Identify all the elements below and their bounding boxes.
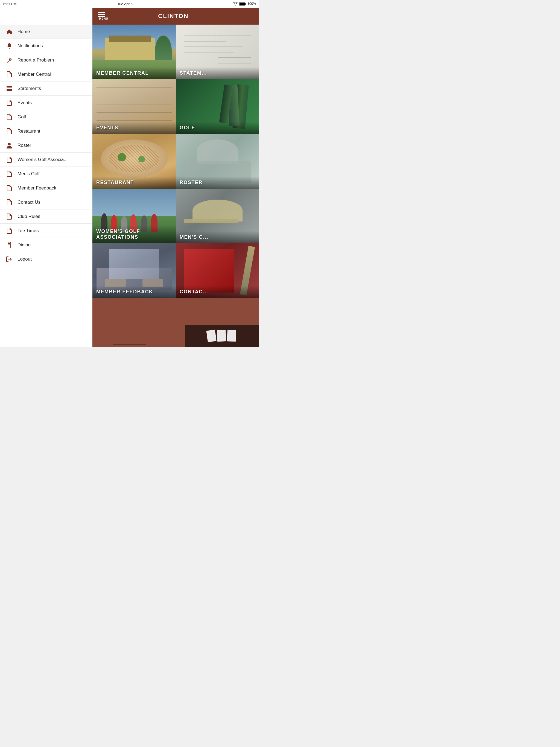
sidebar-label-member-central: Member Central bbox=[18, 72, 51, 77]
tile-contact[interactable]: CONTAC... bbox=[176, 243, 259, 298]
sidebar-item-contact-us[interactable]: Contact Us bbox=[0, 195, 92, 209]
tile-events[interactable]: EVENTS bbox=[93, 79, 176, 134]
tile-mens-golf[interactable]: MEN'S G... bbox=[176, 189, 259, 243]
fork-knife-icon bbox=[5, 241, 13, 249]
sidebar-item-restaurant[interactable]: Restaurant bbox=[0, 124, 92, 138]
sidebar-label-club-rules: Club Rules bbox=[18, 214, 40, 219]
tile-label-roster: ROSTER bbox=[180, 180, 203, 185]
document-icon-feedback bbox=[5, 184, 13, 192]
status-right-icons: 100% bbox=[233, 2, 256, 6]
tile-overlay-mens-golf: MEN'S G... bbox=[176, 231, 259, 243]
svg-rect-2 bbox=[239, 3, 245, 5]
sidebar-label-statements: Statements bbox=[18, 86, 41, 91]
tile-overlay-golf: GOLF bbox=[176, 122, 259, 134]
tile-member-central[interactable]: MEMBER CENTRAL bbox=[93, 25, 176, 79]
tile-golf[interactable]: GOLF bbox=[176, 79, 259, 134]
bell-icon bbox=[5, 42, 13, 50]
tile-overlay-womens-golf: WOMEN'S GOLFASSOCIATIONS bbox=[93, 225, 176, 243]
sidebar-label-restaurant: Restaurant bbox=[18, 129, 40, 134]
document-icon-womens-golf bbox=[5, 156, 13, 163]
sidebar-item-home[interactable]: Home bbox=[0, 25, 92, 39]
sidebar: Home Notifications Report a Problem Memb… bbox=[0, 8, 93, 347]
sidebar-item-report-problem[interactable]: Report a Problem bbox=[0, 53, 92, 67]
menu-label: MENU bbox=[99, 17, 108, 20]
sidebar-item-mens-golf[interactable]: Men's Golf bbox=[0, 167, 92, 181]
svg-rect-4 bbox=[6, 87, 12, 88]
menu-button[interactable]: MENU bbox=[98, 12, 109, 20]
tile-label-restaurant: RESTAURANT bbox=[96, 180, 134, 185]
tile-label-statements: STATEM... bbox=[180, 70, 207, 76]
tile-overlay-statements: STATEM... bbox=[176, 67, 259, 79]
sidebar-label-womens-golf: Women's Golf Associa... bbox=[18, 157, 68, 162]
svg-rect-3 bbox=[6, 86, 12, 87]
svg-rect-5 bbox=[6, 89, 12, 90]
logout-icon bbox=[5, 255, 13, 263]
tile-overlay-roster: ROSTER bbox=[176, 176, 259, 189]
tile-label-contact: CONTAC... bbox=[180, 289, 208, 294]
page-sheet-3 bbox=[227, 330, 236, 341]
sidebar-label-member-feedback: Member Feedback bbox=[18, 185, 56, 191]
header-title: CLINTON bbox=[109, 12, 254, 20]
document-icon-member-central bbox=[5, 71, 13, 78]
sidebar-label-logout: Logout bbox=[18, 256, 32, 262]
tile-restaurant[interactable]: RESTAURANT bbox=[93, 134, 176, 189]
tile-overlay-member-central: MEMBER CENTRAL bbox=[93, 67, 176, 79]
sidebar-item-member-central[interactable]: Member Central bbox=[0, 67, 92, 81]
sidebar-item-roster[interactable]: Roster bbox=[0, 138, 92, 153]
svg-rect-1 bbox=[245, 3, 246, 5]
tile-statements[interactable]: STATEM... bbox=[176, 25, 259, 79]
status-bar: 6:31 PM Tue Apr 5 100% bbox=[0, 0, 259, 8]
sidebar-item-golf[interactable]: Golf bbox=[0, 110, 92, 124]
sidebar-item-tee-times[interactable]: Tee Times bbox=[0, 224, 92, 238]
tiles-grid: MEMBER CENTRAL STATEM... bbox=[93, 25, 259, 347]
sidebar-label-contact-us: Contact Us bbox=[18, 200, 41, 205]
sidebar-label-golf: Golf bbox=[18, 114, 26, 120]
document-icon-club-rules bbox=[5, 213, 13, 221]
svg-rect-6 bbox=[6, 90, 12, 91]
sidebar-item-member-feedback[interactable]: Member Feedback bbox=[0, 181, 92, 195]
tile-overlay-contact: CONTAC... bbox=[176, 286, 259, 298]
document-icon-golf bbox=[5, 113, 13, 121]
document-icon-restaurant bbox=[5, 127, 13, 135]
page-sheet-2 bbox=[217, 330, 226, 342]
sidebar-item-dining[interactable]: Dining bbox=[0, 238, 92, 252]
sidebar-header bbox=[0, 8, 92, 25]
document-icon-contact bbox=[5, 199, 13, 206]
sidebar-label-events: Events bbox=[18, 100, 32, 106]
wifi-icon bbox=[233, 2, 238, 5]
tile-label-golf: GOLF bbox=[180, 125, 195, 130]
status-date: Tue Apr 5 bbox=[117, 2, 133, 6]
document-icon-tee-times bbox=[5, 227, 13, 235]
page-sheet-1 bbox=[206, 330, 217, 342]
tile-roster[interactable]: ROSTER bbox=[176, 134, 259, 189]
tile-overlay-events: EVENTS bbox=[93, 122, 176, 134]
sidebar-item-events[interactable]: Events bbox=[0, 96, 92, 110]
tile-label-womens-golf: WOMEN'S GOLFASSOCIATIONS bbox=[96, 229, 140, 240]
svg-point-7 bbox=[8, 143, 11, 146]
main-header: MENU CLINTON bbox=[93, 8, 259, 25]
bottom-bar bbox=[185, 325, 259, 347]
sidebar-item-statements[interactable]: Statements bbox=[0, 81, 92, 96]
sidebar-label-home: Home bbox=[18, 29, 30, 34]
sidebar-item-club-rules[interactable]: Club Rules bbox=[0, 209, 92, 224]
tile-womens-golf[interactable]: WOMEN'S GOLFASSOCIATIONS bbox=[93, 189, 176, 243]
battery-icon bbox=[239, 2, 246, 6]
pages-icon bbox=[208, 330, 236, 341]
tile-label-member-feedback: MEMBER FEEDBACK bbox=[96, 289, 153, 294]
list-icon bbox=[5, 85, 13, 93]
hamburger-icon bbox=[98, 12, 105, 17]
tile-label-mens-golf: MEN'S G... bbox=[180, 234, 208, 240]
person-icon bbox=[5, 141, 13, 149]
sidebar-item-notifications[interactable]: Notifications bbox=[0, 39, 92, 53]
sidebar-item-womens-golf[interactable]: Women's Golf Associa... bbox=[0, 153, 92, 167]
sidebar-label-roster: Roster bbox=[18, 143, 31, 148]
tile-overlay-member-feedback: MEMBER FEEDBACK bbox=[93, 286, 176, 298]
tile-member-feedback[interactable]: MEMBER FEEDBACK bbox=[93, 243, 176, 298]
document-icon-events bbox=[5, 99, 13, 107]
sidebar-label-notifications: Notifications bbox=[18, 43, 43, 49]
document-icon-mens-golf bbox=[5, 170, 13, 178]
sidebar-item-logout[interactable]: Logout bbox=[0, 252, 92, 266]
sidebar-label-report-problem: Report a Problem bbox=[18, 57, 54, 63]
tile-overlay-restaurant: RESTAURANT bbox=[93, 176, 176, 189]
battery-percent: 100% bbox=[248, 2, 256, 6]
